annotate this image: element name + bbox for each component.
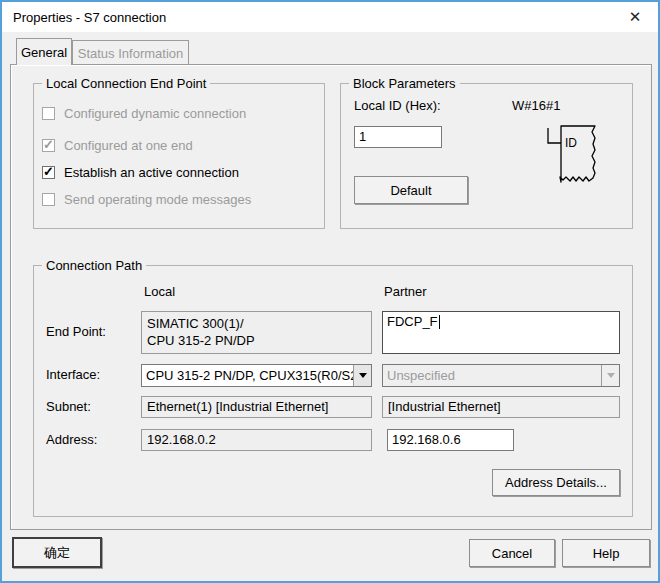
cancel-button[interactable]: Cancel (469, 539, 555, 567)
checkbox-label: Establish an active connection (64, 165, 239, 180)
close-icon: ✕ (629, 8, 642, 26)
end-point-local-line2: CPU 315-2 PN/DP (147, 332, 366, 349)
address-partner-input[interactable]: 192.168.0.6 (387, 429, 514, 451)
checkbox-configured-at-one-end: Configured at one end (42, 138, 193, 153)
tab-general-label: General (21, 45, 67, 60)
general-tab-page: Local Connection End Point Configured dy… (10, 64, 652, 530)
address-details-button[interactable]: Address Details... (492, 469, 620, 496)
id-block-diagram: ID (545, 120, 611, 194)
close-button[interactable]: ✕ (618, 2, 652, 32)
interface-partner-select: Unspecified (382, 364, 620, 387)
local-id-value: 1 (359, 129, 366, 144)
checkbox-label: Configured dynamic connection (64, 106, 246, 121)
tab-status-information-label: Status Information (78, 46, 184, 61)
id-block-diagram-text: ID (565, 136, 577, 150)
window-title: Properties - S7 connection (13, 10, 166, 25)
group-block-parameters-title: Block Parameters (349, 76, 460, 91)
text-caret (439, 315, 440, 329)
group-connection-path-title: Connection Path (42, 258, 146, 273)
group-connection-path: Connection Path Local Partner End Point:… (33, 265, 633, 517)
checkbox-label: Configured at one end (64, 138, 193, 153)
address-local-value: 192.168.0.2 (147, 432, 216, 447)
local-id-label: Local ID (Hex): (354, 98, 441, 113)
column-header-local: Local (144, 284, 175, 299)
group-block-parameters: Block Parameters Local ID (Hex): W#16#1 … (340, 83, 633, 229)
group-local-connection-end-point-title: Local Connection End Point (42, 76, 210, 91)
cancel-button-label: Cancel (492, 546, 532, 561)
end-point-partner-value: FDCP_F (387, 314, 438, 329)
checkbox-configured-dynamic-connection: Configured dynamic connection (42, 106, 246, 121)
default-button-label: Default (390, 183, 431, 198)
subnet-label: Subnet: (46, 399, 91, 414)
interface-partner-value: Unspecified (387, 368, 601, 383)
end-point-partner-input[interactable]: FDCP_F (382, 311, 620, 354)
ok-button-label: 确定 (44, 544, 70, 562)
default-button[interactable]: Default (354, 176, 468, 204)
address-label: Address: (46, 432, 97, 447)
ok-button[interactable]: 确定 (12, 537, 102, 568)
chevron-down-icon (601, 365, 619, 386)
tab-status-information: Status Information (72, 40, 189, 65)
chevron-down-icon[interactable] (353, 365, 371, 386)
id-word-label: W#16#1 (512, 98, 560, 113)
checkbox-icon (42, 107, 55, 120)
subnet-partner-value: [Industrial Ethernet] (388, 399, 501, 414)
end-point-label: End Point: (46, 324, 106, 339)
title-bar: Properties - S7 connection ✕ (2, 2, 658, 32)
interface-local-value: CPU 315-2 PN/DP, CPUX315(R0/S2) (146, 368, 353, 383)
checkbox-checked-icon (42, 139, 55, 152)
address-details-button-label: Address Details... (505, 475, 607, 490)
checkbox-send-operating-mode-messages: Send operating mode messages (42, 192, 251, 207)
checkbox-checked-icon[interactable] (42, 166, 55, 179)
checkbox-establish-active-connection[interactable]: Establish an active connection (42, 165, 239, 180)
subnet-local-value: Ethernet(1) [Industrial Ethernet] (147, 399, 328, 414)
subnet-local-box: Ethernet(1) [Industrial Ethernet] (141, 396, 372, 418)
address-partner-value: 192.168.0.6 (392, 432, 461, 447)
end-point-local-line1: SIMATIC 300(1)/ (147, 315, 366, 332)
help-button-label: Help (593, 546, 620, 561)
checkbox-icon (42, 193, 55, 206)
interface-local-select[interactable]: CPU 315-2 PN/DP, CPUX315(R0/S2) (141, 364, 372, 387)
local-id-input[interactable]: 1 (354, 126, 442, 148)
subnet-partner-box: [Industrial Ethernet] (382, 396, 620, 418)
address-local-box: 192.168.0.2 (141, 429, 372, 451)
help-button[interactable]: Help (562, 539, 650, 567)
tab-general[interactable]: General (16, 38, 72, 65)
interface-label: Interface: (46, 367, 100, 382)
end-point-local-box: SIMATIC 300(1)/ CPU 315-2 PN/DP (141, 311, 372, 354)
group-local-connection-end-point: Local Connection End Point Configured dy… (33, 83, 325, 229)
checkbox-label: Send operating mode messages (64, 192, 251, 207)
column-header-partner: Partner (384, 284, 427, 299)
properties-dialog: Properties - S7 connection ✕ General Sta… (0, 0, 660, 583)
